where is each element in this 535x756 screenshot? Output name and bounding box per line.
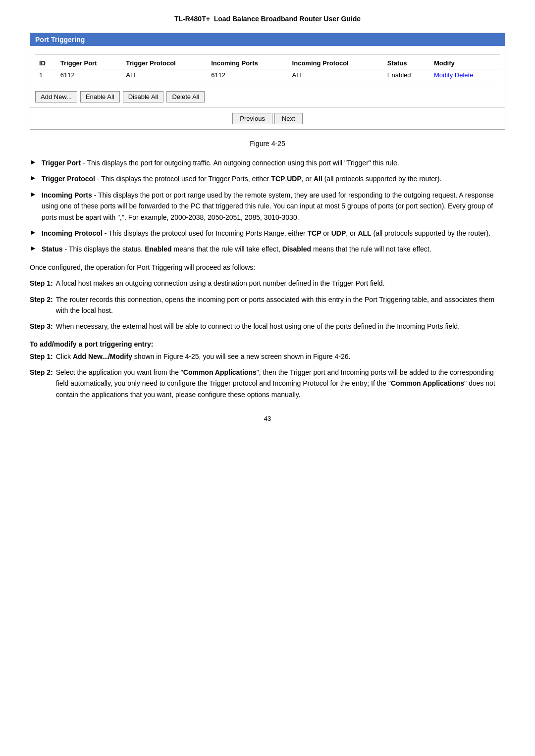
step-2: Step 2: The router records this connecti… xyxy=(30,294,505,316)
bullet-item-trigger-port: ► Trigger Port - This displays the port … xyxy=(30,157,505,168)
cell-id: 1 xyxy=(35,69,56,81)
figure-caption: Figure 4-25 xyxy=(30,140,505,148)
enable-all-button[interactable]: Enable All xyxy=(80,91,120,102)
page-header: TL-R480T+ Load Balance Broadband Router … xyxy=(30,15,505,23)
bullet-text-4: - This displays the status. Enabled mean… xyxy=(63,245,431,253)
add-step-1: Step 1: Click Add New.../Modify shown in… xyxy=(30,351,505,362)
steps-section-1: Step 1: A local host makes an outgoing c… xyxy=(30,278,505,332)
bullet-arrow-icon: ► xyxy=(30,174,37,182)
port-triggering-section: Port Triggering ID Trigger Port Trigger … xyxy=(30,33,505,130)
next-button[interactable]: Next xyxy=(274,113,303,124)
disable-all-button[interactable]: Disable All xyxy=(123,91,164,102)
cell-trigger-protocol: ALL xyxy=(122,69,207,81)
bullet-item-trigger-protocol: ► Trigger Protocol - This displays the p… xyxy=(30,173,505,184)
step-3-label: Step 3: xyxy=(30,321,53,332)
add-new-button[interactable]: Add New... xyxy=(35,91,77,102)
page-title: Load Balance Broadband Router User Guide xyxy=(212,15,361,23)
col-incoming-protocol: Incoming Protocol xyxy=(288,57,383,69)
action-buttons: Add New... Enable All Disable All Delete… xyxy=(30,86,505,107)
cell-incoming-protocol: ALL xyxy=(288,69,383,81)
bullet-text-2: - This displays the port or port range u… xyxy=(42,191,494,221)
delete-all-button[interactable]: Delete All xyxy=(166,91,205,102)
step-2-text: The router records this connection, open… xyxy=(56,294,505,316)
bullet-text-0: - This displays the port for outgoing tr… xyxy=(81,159,399,167)
bullet-item-incoming-protocol: ► Incoming Protocol - This displays the … xyxy=(30,228,505,239)
step-1: Step 1: A local host makes an outgoing c… xyxy=(30,278,505,289)
brand-name: TL-R480T+ xyxy=(174,15,210,23)
bullet-text-1: - This displays the protocol used for Tr… xyxy=(95,175,441,183)
port-triggering-table: ID Trigger Port Trigger Protocol Incomin… xyxy=(35,57,500,81)
add-step-1-text: Click Add New.../Modify shown in Figure … xyxy=(56,351,505,362)
step-3-text: When necessary, the external host will b… xyxy=(56,321,505,332)
steps-section-2: Step 1: Click Add New.../Modify shown in… xyxy=(30,351,505,401)
col-trigger-port: Trigger Port xyxy=(56,57,122,69)
col-id: ID xyxy=(35,57,56,69)
cell-modify-delete: Modify Delete xyxy=(430,69,500,81)
table-area: ID Trigger Port Trigger Protocol Incomin… xyxy=(30,46,505,81)
table-row: 1 6112 ALL 6112 ALL Enabled Modify Delet… xyxy=(35,69,500,81)
col-modify: Modify xyxy=(430,57,500,69)
to-add-heading: To add/modify a port triggering entry: xyxy=(30,340,505,348)
previous-button[interactable]: Previous xyxy=(232,113,272,124)
col-trigger-protocol: Trigger Protocol xyxy=(122,57,207,69)
step-1-label: Step 1: xyxy=(30,278,53,289)
page-number: 43 xyxy=(30,415,505,422)
bullet-arrow-icon: ► xyxy=(30,190,37,198)
bullet-label-4: Status xyxy=(42,245,63,253)
once-configured-text: Once configured, the operation for Port … xyxy=(30,262,505,273)
step-1-text: A local host makes an outgoing connectio… xyxy=(56,278,505,289)
bullet-item-status: ► Status - This displays the status. Ena… xyxy=(30,244,505,254)
add-step-1-label: Step 1: xyxy=(30,351,53,362)
table-header-row: ID Trigger Port Trigger Protocol Incomin… xyxy=(35,57,500,69)
cell-status: Enabled xyxy=(383,69,430,81)
section-title: Port Triggering xyxy=(30,33,505,46)
bullet-arrow-icon: ► xyxy=(30,158,37,166)
bullet-label-3: Incoming Protocol xyxy=(42,229,103,237)
bullet-label-0: Trigger Port xyxy=(42,159,81,167)
add-step-2: Step 2: Select the application you want … xyxy=(30,367,505,400)
bullet-label-1: Trigger Protocol xyxy=(42,175,95,183)
bullet-item-incoming-ports: ► Incoming Ports - This displays the por… xyxy=(30,190,505,223)
step-2-label: Step 2: xyxy=(30,294,53,305)
cell-incoming-ports: 6112 xyxy=(207,69,288,81)
add-step-2-text: Select the application you want from the… xyxy=(56,367,505,400)
modify-link[interactable]: Modify xyxy=(434,71,453,79)
bullet-label-2: Incoming Ports xyxy=(42,191,92,199)
bullet-text-3: - This displays the protocol used for In… xyxy=(103,229,490,237)
pagination-nav: Previous Next xyxy=(30,107,505,129)
cell-trigger-port: 6112 xyxy=(56,69,122,81)
bullet-arrow-icon: ► xyxy=(30,228,37,236)
bullet-arrow-icon: ► xyxy=(30,244,37,252)
col-status: Status xyxy=(383,57,430,69)
bullet-section: ► Trigger Port - This displays the port … xyxy=(30,157,505,255)
col-incoming-ports: Incoming Ports xyxy=(207,57,288,69)
add-step-2-label: Step 2: xyxy=(30,367,53,378)
step-3: Step 3: When necessary, the external hos… xyxy=(30,321,505,332)
delete-link[interactable]: Delete xyxy=(455,71,474,79)
